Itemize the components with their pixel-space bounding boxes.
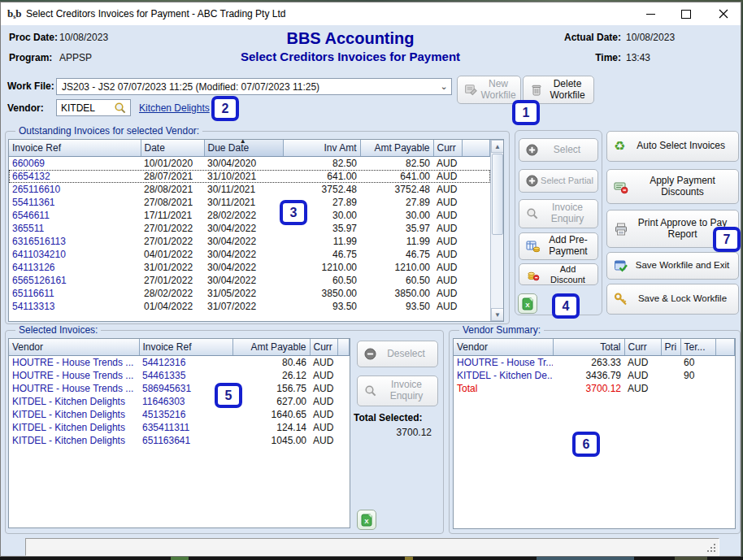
column-header[interactable]: Invoice Ref: [9, 140, 141, 157]
cell: 82.50: [283, 157, 360, 171]
cell: 3850.00: [360, 287, 433, 300]
export-excel-button[interactable]: X: [518, 293, 537, 314]
save-lock-label: Save & Lock Workfile: [630, 293, 735, 304]
bbs-logo-icon: bsb: [7, 7, 22, 21]
table-row[interactable]: HOUTRE - House Trends ...586945631156.75…: [9, 382, 350, 395]
table-row[interactable]: 631651611327/01/202230/04/202211.9911.99…: [9, 235, 490, 248]
table-row[interactable]: 656512616127/01/202230/04/202260.5060.50…: [9, 274, 490, 287]
cell: KITDEL - Kitchen Delights: [9, 434, 139, 447]
minimize-icon: [646, 14, 655, 15]
column-header[interactable]: Inv Amt: [283, 140, 360, 157]
close-button[interactable]: [704, 2, 742, 25]
column-header[interactable]: Curr: [310, 339, 337, 356]
cell: 6654132: [9, 170, 141, 183]
table-row[interactable]: KITDEL - Kitchen Delights635411311124.14…: [9, 421, 350, 434]
table-row[interactable]: KITDEL - Kitchen Delights6511636411045.0…: [9, 434, 350, 447]
column-header[interactable]: Amt Payable: [232, 339, 310, 356]
column-header[interactable]: Amt Payable: [360, 140, 433, 157]
column-header[interactable]: Date: [141, 140, 204, 157]
cell-filler: [462, 287, 490, 300]
app-title: BBS Accounting: [131, 29, 570, 48]
selected-invoice-enquiry-button[interactable]: Invoice Enquiry: [357, 376, 438, 406]
callout-6: 6: [572, 432, 600, 457]
table-row[interactable]: 36551127/01/202230/04/202235.9735.97AUD: [9, 222, 490, 235]
cell: 30/04/2020: [204, 157, 283, 171]
export-selected-excel-button[interactable]: X: [357, 510, 376, 530]
cell: 80.46: [232, 356, 310, 370]
cell: Total: [454, 382, 553, 395]
table-row[interactable]: 5541136127/08/202130/11/202127.8927.89AU…: [9, 196, 490, 209]
scroll-down-icon[interactable]: ▼: [491, 308, 504, 321]
select-button[interactable]: Select: [519, 138, 598, 162]
add-prepayment-button[interactable]: Add Pre-Payment: [519, 232, 598, 260]
cell: 365511: [9, 222, 141, 235]
invoice-enquiry-button[interactable]: Invoice Enquiry: [519, 199, 598, 228]
cell: 31/10/2021: [204, 170, 283, 183]
resize-grip-icon[interactable]: [707, 544, 715, 552]
cell: 90: [680, 369, 715, 382]
cell-filler: [337, 382, 350, 395]
apply-payment-discounts-button[interactable]: Apply Payment Discounts: [606, 169, 739, 204]
column-header[interactable]: Due Date: [204, 140, 283, 157]
column-header[interactable]: Total: [553, 339, 624, 356]
cell: KITDEL - Kitchen Delights: [9, 408, 139, 421]
add-discount-button[interactable]: Add Discount: [519, 263, 598, 285]
table-row[interactable]: 5411331301/04/202231/07/202293.5093.50AU…: [9, 300, 490, 313]
table-row[interactable]: 66006910/01/202030/04/202082.5082.50AUD: [9, 157, 490, 171]
table-row[interactable]: 26511661028/08/202130/11/20213752.483752…: [9, 183, 490, 196]
table-row[interactable]: KITDEL - Kitchen Delights451352161640.65…: [9, 408, 350, 421]
cell: AUD: [433, 157, 462, 171]
cell: 30/04/2022: [204, 235, 283, 248]
cell: 6546611: [9, 209, 141, 222]
vendor-name-link[interactable]: Kitchen Delights: [139, 102, 210, 114]
new-workfile-button[interactable]: New Workfile: [457, 76, 521, 104]
title-bar: bsb Select Creditors Invoices for Paymen…: [1, 2, 741, 25]
save-lock-workfile-button[interactable]: Save & Lock Workfile: [606, 284, 739, 315]
cell: 26.12: [232, 369, 310, 382]
cell: AUD: [624, 382, 661, 395]
discount-coins-icon: [526, 267, 540, 281]
select-partial-button[interactable]: Select Partial: [519, 169, 598, 193]
column-header[interactable]: Curr: [433, 140, 462, 157]
maximize-button[interactable]: [668, 2, 704, 25]
chevron-down-icon[interactable]: ⌄: [437, 81, 451, 92]
column-header[interactable]: Vendor: [454, 339, 553, 356]
table-row[interactable]: 654661117/11/202128/02/202230.0030.00AUD: [9, 209, 490, 222]
table-row[interactable]: HOUTRE - House Tr...263.33AUD60: [454, 356, 735, 370]
cell-filler: [462, 157, 490, 171]
table-row[interactable]: KITDEL - Kitchen De...3436.79AUD90: [454, 369, 735, 382]
cell-filler: [462, 235, 490, 248]
close-icon: [719, 9, 728, 19]
save-workfile-exit-button[interactable]: Save Workfile and Exit: [606, 252, 739, 280]
cell: 30/04/2022: [204, 261, 283, 274]
table-row[interactable]: HOUTRE - House Trends ...5446133526.12AU…: [9, 369, 350, 382]
table-row[interactable]: Total3700.12AUD: [454, 382, 735, 395]
column-header[interactable]: Curr: [624, 339, 661, 356]
table-row[interactable]: HOUTRE - House Trends ...5441231680.46AU…: [9, 356, 350, 370]
outstanding-table: Invoice RefDateDue DateInv AmtAmt Payabl…: [9, 140, 490, 313]
auto-select-invoices-button[interactable]: ♻ Auto Select Invoices: [606, 131, 739, 162]
scroll-up-icon[interactable]: ▲: [491, 140, 504, 153]
column-header[interactable]: Pri: [661, 339, 680, 356]
table-row[interactable]: 6411312631/01/202230/04/20221210.001210.…: [9, 261, 490, 274]
column-header[interactable]: Ter...: [680, 339, 715, 356]
minimize-button[interactable]: [632, 2, 668, 25]
proc-date-value: 10/08/2023: [59, 32, 108, 43]
cell: [661, 369, 680, 382]
program-label: Program:: [9, 52, 52, 63]
cell: 27.89: [360, 196, 433, 209]
workfile-combobox[interactable]: JS203 - JS2 07/07/2023 11:25 (Modified: …: [56, 78, 452, 95]
column-header[interactable]: Vendor: [9, 339, 139, 356]
column-header[interactable]: Invoice Ref: [139, 339, 232, 356]
outstanding-scrollbar[interactable]: ▲ ▼: [490, 140, 504, 321]
table-row[interactable]: 641103421004/01/202230/04/202246.7546.75…: [9, 248, 490, 261]
table-row[interactable]: 6511661128/02/202231/05/20223850.003850.…: [9, 287, 490, 300]
save-check-icon: [614, 258, 628, 273]
vendor-summary-table: VendorTotalCurrPriTer...HOUTRE - House T…: [454, 339, 735, 395]
vendor-search-icon[interactable]: [114, 102, 127, 115]
cell: [661, 382, 680, 395]
scrollbar-thumb[interactable]: [492, 154, 503, 235]
table-row[interactable]: 665413228/07/202131/10/2021641.00641.00A…: [9, 170, 490, 183]
deselect-button[interactable]: Deselect: [357, 341, 438, 367]
table-row[interactable]: KITDEL - Kitchen Delights11646303627.00A…: [9, 395, 350, 408]
